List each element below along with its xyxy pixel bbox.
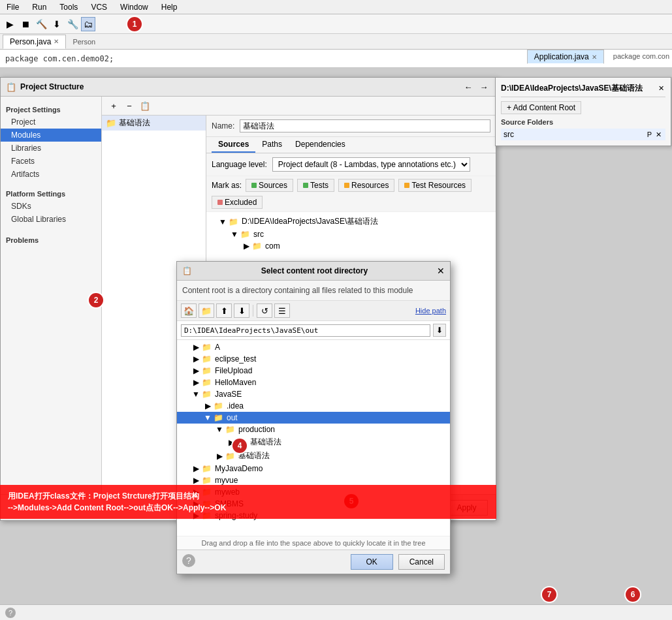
tree-com[interactable]: ▶ 📁 com <box>206 240 496 252</box>
toolbar-btn-3[interactable]: 🔨 <box>34 17 48 31</box>
toolbar-btn-2[interactable]: ⏹ <box>18 17 33 31</box>
sd-toolbar: 🏠 📁 ⬆ ⬇ ↺ ☰ Hide path <box>177 301 450 321</box>
sd-path-input[interactable] <box>181 324 430 337</box>
sd-expand-btn[interactable]: ⬇ <box>433 324 446 337</box>
tab-dependencies[interactable]: Dependencies <box>289 137 352 153</box>
com-folder-icon: 📁 <box>252 241 262 251</box>
tree-item-idea[interactable]: ▶ 📁 .idea <box>177 400 450 412</box>
sd-title-text: Select content root directory <box>261 266 368 275</box>
sd-cancel-btn[interactable]: Cancel <box>398 554 445 570</box>
bottom-help-btn[interactable]: ? <box>5 608 16 618</box>
sidebar-item-global-libraries[interactable]: Global Libraries <box>1 213 101 226</box>
tree-src[interactable]: ▼ 📁 src <box>206 228 496 240</box>
cr-close-btn[interactable]: ✕ <box>657 84 665 93</box>
name-label: Name: <box>212 121 234 131</box>
toolbar: ▶ ⏹ 🔨 ⬇ 🔧 🗂 1 <box>0 14 672 34</box>
tree-item-fileupload[interactable]: ▶ 📁 FileUpload <box>177 365 450 377</box>
sources-dot <box>251 183 257 188</box>
sidebar-item-project[interactable]: Project <box>1 116 101 129</box>
sd-new-folder-btn[interactable]: 📁 <box>199 303 214 318</box>
sd-help-btn[interactable]: ? <box>182 554 195 567</box>
source-folder-pin-btn[interactable]: P <box>646 131 653 139</box>
add-content-root-btn[interactable]: + Add Content Root <box>501 101 581 114</box>
tree-item-production[interactable]: ▼ 📁 production <box>177 424 450 435</box>
tree-label-hellomaven: HelloMaven <box>215 378 256 387</box>
sidebar-item-artifacts[interactable]: Artifacts <box>1 168 101 181</box>
ps-nav-back[interactable]: ← <box>462 80 475 93</box>
tree-root[interactable]: ▼ 📁 D:\IDEA\IdeaProjects\JavaSE\基础语法 <box>206 215 496 228</box>
mark-sources-btn[interactable]: Sources <box>246 179 293 192</box>
sd-drop-hint: Drag and drop a file into the space abov… <box>177 536 450 550</box>
source-folder-remove-btn[interactable]: ✕ <box>654 131 663 139</box>
sd-up-btn[interactable]: ⬆ <box>216 303 232 318</box>
project-structure-btn[interactable]: 🗂 <box>81 17 95 31</box>
menu-file[interactable]: File <box>4 2 22 12</box>
sidebar-item-sdks[interactable]: SDKs <box>1 200 101 213</box>
cr-title: D:\IDEA\IdeaProjects\JavaSE\基础语法 ✕ <box>501 83 665 97</box>
annotation-2: 2 <box>89 293 103 307</box>
tab-close-app[interactable]: ✕ <box>592 54 597 61</box>
tab-application-java[interactable]: Application.java ✕ <box>527 50 604 64</box>
tree-com-label: com <box>265 241 280 251</box>
sd-ok-btn[interactable]: OK <box>351 554 393 570</box>
select-directory-dialog: 📋 Select content root directory ✕ Conten… <box>176 261 451 574</box>
tab-close-person[interactable]: ✕ <box>54 38 59 45</box>
sd-path-row: ⬇ <box>177 321 450 340</box>
module-item-jiyufa[interactable]: 📁 基础语法 <box>102 116 206 131</box>
lang-label: Language level: <box>212 160 267 169</box>
sidebar-item-facets[interactable]: Facets <box>1 155 101 168</box>
test-resources-dot <box>404 183 409 188</box>
tree-item-myjavademo[interactable]: ▶ 📁 MyJavaDemo <box>177 463 450 474</box>
toolbar-btn-5[interactable]: 🔧 <box>65 17 80 31</box>
name-row: Name: <box>206 116 496 137</box>
sidebar-item-libraries[interactable]: Libraries <box>1 142 101 155</box>
remove-module-btn[interactable]: − <box>123 99 136 112</box>
add-module-btn[interactable]: + <box>107 99 120 112</box>
source-folder-item: src P ✕ <box>501 129 665 140</box>
menu-help[interactable]: Help <box>159 2 180 12</box>
toolbar-btn-4[interactable]: ⬇ <box>50 17 64 31</box>
name-input[interactable] <box>240 119 490 132</box>
ps-title-bar: 📋 Project Structure ← → <box>1 78 496 97</box>
tree-item-A[interactable]: ▶ 📁 A <box>177 341 450 353</box>
mark-tests-btn[interactable]: Tests <box>297 179 334 192</box>
folder-icon-fileupload: 📁 <box>202 366 212 375</box>
sd-close-btn[interactable]: ✕ <box>437 266 445 276</box>
sidebar-item-modules[interactable]: Modules <box>1 129 101 142</box>
folder-icon-out: 📁 <box>214 413 223 422</box>
tree-item-jiyufa1[interactable]: ▶ 📁 基础语法 <box>177 435 450 449</box>
tree-label-out: out <box>227 413 238 422</box>
tab-paths[interactable]: Paths <box>255 137 289 153</box>
tree-item-eclipse[interactable]: ▶ 📁 eclipse_test <box>177 353 450 365</box>
content-tabs: Sources Paths Dependencies <box>206 137 496 153</box>
menu-run[interactable]: Run <box>29 2 49 12</box>
toolbar-btn-1[interactable]: ▶ <box>3 17 17 31</box>
tree-item-jiyufa2[interactable]: ▶ 📁 基础语法 <box>177 449 450 463</box>
mark-test-resources-btn[interactable]: Test Resources <box>398 179 472 192</box>
tree-label-jiyufa1: 基础语法 <box>250 437 281 448</box>
menu-vcs[interactable]: VCS <box>88 2 110 12</box>
tab-sources[interactable]: Sources <box>212 137 255 153</box>
mark-excluded-btn[interactable]: Excluded <box>212 196 263 209</box>
menu-tools[interactable]: Tools <box>57 2 80 12</box>
tree-item-out[interactable]: ▼ 📁 out <box>177 412 450 424</box>
annotation-6: 6 <box>626 587 640 602</box>
lang-select[interactable]: Project default (8 - Lambdas, type annot… <box>272 157 470 172</box>
mark-resources-btn[interactable]: Resources <box>338 179 394 192</box>
copy-module-btn[interactable]: 📋 <box>138 99 152 112</box>
folder-icon-A: 📁 <box>202 343 212 352</box>
sd-filter-btn[interactable]: ☰ <box>274 303 290 318</box>
tab-label-app: Application.java <box>534 52 589 61</box>
tree-label-A: A <box>215 343 220 352</box>
chinese-line2: -->Modules->Add Content Root-->out点击OK--… <box>8 502 488 514</box>
sd-down-btn[interactable]: ⬇ <box>234 303 249 318</box>
tree-item-hellomaven[interactable]: ▶ 📁 HelloMaven <box>177 377 450 388</box>
tab-person-java[interactable]: Person.java ✕ <box>3 35 66 49</box>
hide-path-link[interactable]: Hide path <box>415 307 446 315</box>
person-tab-indicator: Person <box>72 38 95 46</box>
menu-window[interactable]: Window <box>118 2 151 12</box>
tree-item-javase[interactable]: ▼ 📁 JavaSE <box>177 388 450 400</box>
ps-nav-forward[interactable]: → <box>477 80 490 93</box>
sd-home-btn[interactable]: 🏠 <box>181 303 197 318</box>
sd-refresh-btn[interactable]: ↺ <box>257 303 272 318</box>
